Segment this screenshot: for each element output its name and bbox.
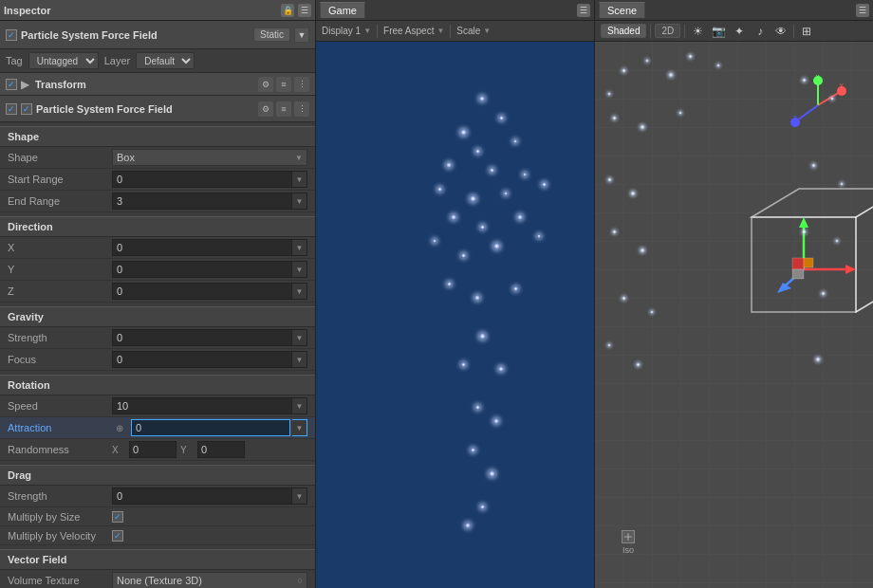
- dir-x-arrow[interactable]: ▼: [292, 239, 307, 256]
- volume-texture-dropdown[interactable]: None (Texture 3D) ○: [112, 572, 307, 588]
- grav-focus-input[interactable]: [112, 351, 292, 368]
- transform-options-icon[interactable]: ≡: [276, 77, 291, 92]
- dir-z-arrow[interactable]: ▼: [292, 283, 307, 300]
- game-particle: [433, 239, 436, 243]
- transform-enabled[interactable]: [6, 79, 17, 90]
- dir-y-arrow[interactable]: ▼: [292, 261, 307, 278]
- section-vector-field: Vector Field: [0, 549, 315, 570]
- start-range-arrow[interactable]: ▼: [292, 171, 307, 188]
- tag-select[interactable]: Untagged: [28, 52, 99, 69]
- game-particle: [465, 523, 471, 528]
- x-label: X: [112, 445, 125, 455]
- dir-z-input[interactable]: [112, 283, 292, 300]
- volume-texture-value: None (Texture 3D): [117, 575, 202, 586]
- shape-dropdown[interactable]: Box ▼: [112, 149, 307, 166]
- randomness-y-input[interactable]: [197, 441, 245, 458]
- drag-strength-arrow[interactable]: ▼: [292, 487, 307, 505]
- scene-particle: [630, 191, 636, 196]
- prop-grav-focus-label: Focus: [8, 354, 112, 365]
- 2d-btn[interactable]: 2D: [655, 24, 680, 38]
- start-range-input[interactable]: [112, 171, 292, 188]
- end-range-arrow[interactable]: ▼: [292, 193, 307, 210]
- gizmo-icon[interactable]: ⊞: [798, 23, 815, 40]
- game-particle: [504, 192, 508, 195]
- multiply-size-wrap: [112, 511, 123, 523]
- game-particle: [474, 295, 480, 301]
- panels-top: Game ☰ Display 1 ▼ Free Aspect ▼ Scale: [316, 0, 873, 588]
- transform-script-icon[interactable]: ⚙: [258, 77, 273, 92]
- drag-strength-input[interactable]: [112, 487, 292, 505]
- game-menu-icon[interactable]: ☰: [577, 4, 590, 17]
- game-tab[interactable]: Game: [320, 2, 365, 18]
- scene-particle: [830, 97, 834, 101]
- inspector-body[interactable]: Particle System Force Field ⚙ ≡ ⋮ Shape …: [0, 96, 315, 588]
- game-tab-bar: Game ☰: [316, 0, 594, 21]
- scene-divider-1: [650, 25, 651, 38]
- grav-strength-arrow[interactable]: ▼: [292, 329, 307, 346]
- scene-particle: [607, 92, 611, 96]
- multiply-velocity-checkbox[interactable]: [112, 530, 123, 542]
- aspect-selector[interactable]: Free Aspect ▼: [383, 26, 444, 36]
- end-range-input[interactable]: [112, 193, 292, 210]
- audio-icon[interactable]: ♪: [752, 23, 769, 40]
- psff-script-enabled[interactable]: [21, 103, 32, 115]
- go-enabled-checkbox[interactable]: [6, 29, 17, 41]
- psff-icon-b[interactable]: ≡: [276, 101, 291, 117]
- rot-speed-arrow[interactable]: ▼: [292, 397, 307, 414]
- prop-start-range: Start Range ▼: [0, 169, 315, 191]
- prop-dir-x-label: X: [8, 242, 112, 253]
- scene-panel: Scene ☰ Shaded 2D ☀ 📷 ✦ ♪ 👁 ⊞: [595, 0, 873, 588]
- multiply-size-checkbox[interactable]: [112, 511, 123, 523]
- prop-rot-randomness-label: Randomness: [8, 444, 112, 455]
- rot-speed-input[interactable]: [112, 397, 292, 414]
- scene-particle: [716, 64, 720, 67]
- scale-selector[interactable]: Scale ▼: [456, 26, 491, 36]
- layer-select[interactable]: Default: [136, 52, 195, 69]
- scene-particle: [815, 357, 821, 362]
- prop-end-range: End Range ▼: [0, 191, 315, 212]
- scene-tab[interactable]: Scene: [599, 2, 645, 18]
- rot-attraction-arrow[interactable]: ▼: [292, 419, 307, 436]
- lock-icon[interactable]: 🔒: [281, 4, 294, 17]
- transform-label: Transform: [35, 79, 86, 90]
- effects-icon[interactable]: ✦: [731, 23, 748, 40]
- psff-icons: ⚙ ≡ ⋮: [258, 101, 309, 117]
- scene-particle: [835, 239, 839, 243]
- scene-particle: [622, 296, 626, 301]
- psff-icon-a[interactable]: ⚙: [258, 101, 273, 117]
- prop-grav-focus: Focus ▼: [0, 349, 315, 371]
- static-dropdown-btn[interactable]: ▼: [294, 28, 309, 43]
- dir-y-input[interactable]: [112, 261, 292, 278]
- scene-divider-2: [684, 25, 685, 38]
- rot-attraction-input[interactable]: [131, 419, 290, 436]
- visibility-icon[interactable]: 👁: [772, 23, 789, 40]
- psff-icon-c[interactable]: ⋮: [294, 101, 309, 117]
- grav-strength-input[interactable]: [112, 329, 292, 346]
- grav-focus-arrow[interactable]: ▼: [292, 351, 307, 368]
- game-particle: [447, 282, 452, 286]
- shaded-btn[interactable]: Shaded: [601, 24, 646, 38]
- shape-value: Box: [117, 152, 135, 163]
- menu-icon[interactable]: ☰: [298, 4, 311, 17]
- scene-particle: [612, 230, 617, 234]
- display-selector[interactable]: Display 1 ▼: [322, 26, 371, 36]
- game-particle: [451, 214, 456, 220]
- prop-start-range-label: Start Range: [8, 174, 112, 185]
- iso-icon: [622, 530, 635, 543]
- camera-icon[interactable]: 📷: [710, 23, 727, 40]
- svg-marker-2: [856, 189, 873, 312]
- section-drag: Drag: [0, 465, 315, 486]
- randomness-x-input[interactable]: [129, 441, 176, 458]
- scene-divider-3: [793, 25, 794, 38]
- scene-menu-icon[interactable]: ☰: [856, 4, 869, 17]
- dir-x-input[interactable]: [112, 239, 292, 256]
- transform-menu-icon[interactable]: ⋮: [294, 77, 309, 92]
- scene-particle: [840, 182, 844, 186]
- tag-layer-row: Tag Untagged Layer Default: [0, 49, 315, 73]
- transform-header: ▶ Transform ⚙ ≡ ⋮: [0, 73, 315, 96]
- prop-rot-attraction: Attraction ⊕ ▼: [0, 417, 315, 439]
- prop-dir-x: X ▼: [0, 237, 315, 259]
- light-icon[interactable]: ☀: [689, 23, 706, 40]
- psff-enabled[interactable]: [6, 103, 17, 115]
- display-label: Display 1: [322, 26, 361, 36]
